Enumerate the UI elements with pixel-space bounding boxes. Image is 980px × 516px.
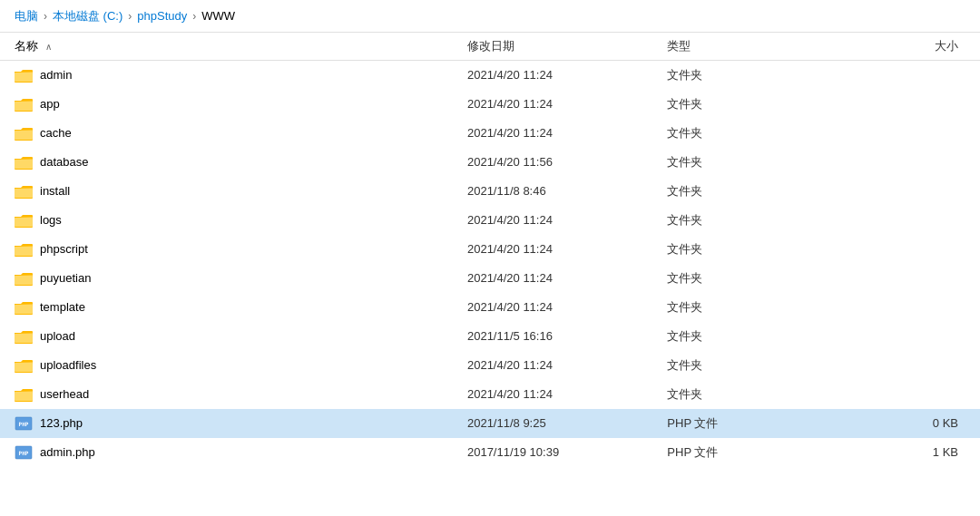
file-name-label: app (40, 97, 60, 111)
folder-icon (15, 126, 33, 141)
folder-icon (15, 97, 33, 112)
file-size (860, 351, 980, 380)
column-header-name[interactable]: 名称 ∧ (0, 33, 460, 61)
file-name-label: upload (40, 329, 75, 343)
file-date: 2021/4/20 11:24 (460, 119, 660, 148)
breadcrumb-current: WWW (201, 9, 235, 23)
file-size (860, 293, 980, 322)
file-date: 2021/4/20 11:24 (460, 380, 660, 409)
column-header-type[interactable]: 类型 (660, 33, 859, 61)
file-name-label: puyuetian (40, 271, 91, 285)
svg-rect-11 (15, 160, 33, 169)
file-date: 2021/4/20 11:24 (460, 206, 660, 235)
svg-rect-5 (15, 102, 33, 111)
file-type: 文件夹 (660, 322, 859, 351)
folder-icon (15, 242, 33, 257)
file-size (860, 90, 980, 119)
breadcrumb-bar: 电脑 › 本地磁盘 (C:) › phpStudy › WWW (0, 0, 980, 33)
folder-icon (15, 358, 33, 373)
folder-icon (15, 387, 33, 402)
file-type: 文件夹 (660, 61, 859, 90)
file-date: 2017/11/19 10:39 (460, 438, 660, 467)
file-type: 文件夹 (660, 119, 859, 148)
svg-rect-32 (15, 363, 33, 372)
file-name-label: uploadfiles (40, 358, 96, 372)
folder-icon (15, 155, 33, 170)
file-name-label: template (40, 300, 85, 314)
file-table: 名称 ∧ 修改日期 类型 大小 admin2021/4/20 11:24文件夹 (0, 33, 980, 467)
file-date: 2021/4/20 11:24 (460, 264, 660, 293)
file-size: 0 KB (860, 409, 980, 438)
svg-text:PHP: PHP (19, 421, 29, 427)
table-row[interactable]: phpscript2021/4/20 11:24文件夹 (0, 235, 980, 264)
file-date: 2021/11/5 16:16 (460, 322, 660, 351)
file-name-label: admin (40, 68, 72, 82)
file-size (860, 322, 980, 351)
file-date: 2021/11/8 8:46 (460, 177, 660, 206)
file-type: 文件夹 (660, 293, 859, 322)
table-header-row: 名称 ∧ 修改日期 类型 大小 (0, 33, 980, 61)
breadcrumb-item-computer[interactable]: 电脑 (15, 8, 38, 24)
breadcrumb-item-drive[interactable]: 本地磁盘 (C:) (53, 8, 122, 24)
file-type: 文件夹 (660, 90, 859, 119)
table-row[interactable]: logs2021/4/20 11:24文件夹 (0, 206, 980, 235)
table-row[interactable]: admin2021/4/20 11:24文件夹 (0, 61, 980, 90)
table-row[interactable]: userhead2021/4/20 11:24文件夹 (0, 380, 980, 409)
file-type: 文件夹 (660, 235, 859, 264)
file-type: PHP 文件 (660, 409, 859, 438)
breadcrumb-item-phpstudy[interactable]: phpStudy (137, 9, 187, 23)
table-row[interactable]: database2021/4/20 11:56文件夹 (0, 148, 980, 177)
file-date: 2021/4/20 11:56 (460, 148, 660, 177)
file-type: 文件夹 (660, 177, 859, 206)
file-name-label: database (40, 155, 89, 169)
file-name-label: admin.php (40, 445, 95, 459)
svg-rect-26 (15, 305, 33, 314)
svg-rect-35 (15, 392, 33, 401)
file-date: 2021/11/8 9:25 (460, 409, 660, 438)
breadcrumb-separator-1: › (44, 10, 47, 23)
breadcrumb-separator-2: › (128, 10, 132, 23)
folder-icon (15, 68, 33, 83)
file-type: PHP 文件 (660, 438, 859, 467)
file-size (860, 61, 980, 90)
table-row[interactable]: template2021/4/20 11:24文件夹 (0, 293, 980, 322)
file-size (860, 206, 980, 235)
file-size (860, 148, 980, 177)
svg-rect-20 (15, 247, 33, 256)
table-row[interactable]: app2021/4/20 11:24文件夹 (0, 90, 980, 119)
table-row[interactable]: PHP admin.php2017/11/19 10:39PHP 文件1 KB (0, 438, 980, 467)
file-name-label: cache (40, 126, 72, 140)
file-date: 2021/4/20 11:24 (460, 90, 660, 119)
table-row[interactable]: upload2021/11/5 16:16文件夹 (0, 322, 980, 351)
table-row[interactable]: PHP 123.php2021/11/8 9:25PHP 文件0 KB (0, 409, 980, 438)
file-type: 文件夹 (660, 206, 859, 235)
table-row[interactable]: uploadfiles2021/4/20 11:24文件夹 (0, 351, 980, 380)
folder-icon (15, 184, 33, 199)
file-type: 文件夹 (660, 264, 859, 293)
sort-arrow-icon: ∧ (45, 42, 52, 52)
table-row[interactable]: cache2021/4/20 11:24文件夹 (0, 119, 980, 148)
file-type: 文件夹 (660, 380, 859, 409)
file-date: 2021/4/20 11:24 (460, 235, 660, 264)
php-file-icon: PHP (15, 416, 33, 431)
column-header-size[interactable]: 大小 (860, 33, 980, 61)
file-size (860, 177, 980, 206)
file-size: 1 KB (860, 438, 980, 467)
file-size (860, 264, 980, 293)
folder-icon (15, 213, 33, 228)
file-name-label: userhead (40, 387, 89, 401)
table-row[interactable]: install2021/11/8 8:46文件夹 (0, 177, 980, 206)
column-header-date[interactable]: 修改日期 (460, 33, 660, 61)
folder-icon (15, 329, 33, 344)
file-type: 文件夹 (660, 351, 859, 380)
file-type: 文件夹 (660, 148, 859, 177)
breadcrumb-separator-3: › (192, 10, 196, 23)
file-name-label: 123.php (40, 416, 83, 430)
file-date: 2021/4/20 11:24 (460, 61, 660, 90)
svg-rect-8 (15, 131, 33, 140)
php-file-icon: PHP (15, 445, 33, 460)
svg-rect-23 (15, 276, 33, 285)
file-date: 2021/4/20 11:24 (460, 293, 660, 322)
svg-rect-14 (15, 189, 33, 198)
table-row[interactable]: puyuetian2021/4/20 11:24文件夹 (0, 264, 980, 293)
